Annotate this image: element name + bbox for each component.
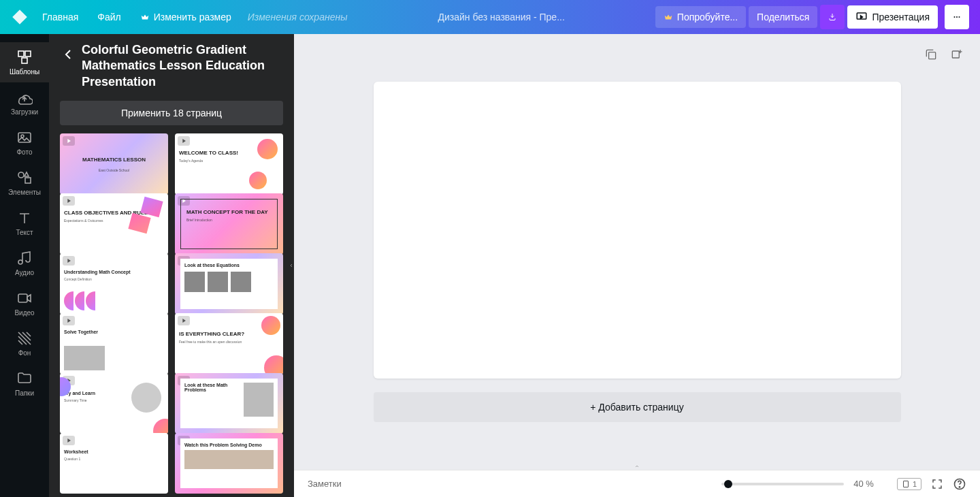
template-thumb[interactable]: MATHEMATICS LESSON East Outside School	[60, 133, 168, 194]
svg-point-16	[959, 486, 960, 487]
nav-video[interactable]: Видео	[0, 283, 49, 323]
share-button[interactable]: Поделиться	[749, 6, 817, 28]
crown-icon	[140, 12, 150, 22]
svg-point-1	[954, 16, 956, 18]
thumb-title: Watch this Problem Solving Demo	[184, 443, 274, 447]
back-icon[interactable]	[60, 46, 76, 63]
nav-folders[interactable]: Папки	[0, 364, 49, 404]
thumb-image-placeholder	[184, 272, 205, 292]
nav-elements[interactable]: Элементы	[0, 163, 49, 203]
page-indicator[interactable]: 1	[897, 478, 921, 490]
templates-icon	[16, 49, 33, 65]
thumb-image-placeholder	[244, 383, 274, 417]
svg-point-3	[959, 16, 960, 18]
download-button[interactable]	[820, 5, 845, 29]
canvas-center: + Добавить страницу	[294, 34, 980, 470]
try-pro-button[interactable]: Попробуйте...	[655, 6, 746, 28]
decorative-shape	[64, 291, 74, 310]
chevron-up-icon	[632, 464, 642, 469]
zoom-slider[interactable]	[721, 483, 844, 485]
menu-file[interactable]: Файл	[89, 7, 129, 27]
menu-home[interactable]: Главная	[34, 7, 86, 27]
page-number: 1	[913, 480, 917, 488]
template-thumb[interactable]: Try and Learn Summary Time	[60, 373, 168, 434]
template-thumb[interactable]: Worksheet Question 1	[60, 433, 168, 494]
template-thumb[interactable]: Watch this Problem Solving Demo	[175, 433, 283, 494]
slide-canvas[interactable]	[374, 82, 901, 379]
nav-templates[interactable]: Шаблоны	[0, 42, 49, 82]
download-icon	[828, 11, 836, 23]
template-thumb[interactable]: Solve Together	[60, 313, 168, 374]
text-icon	[16, 210, 33, 226]
main-area: Шаблоны Загрузки Фото Элементы Текст Ауд…	[0, 34, 980, 497]
logo-icon[interactable]	[11, 8, 29, 26]
template-thumb[interactable]: MATH CONCEPT FOR THE DAY Brief Introduct…	[175, 193, 283, 254]
menu-resize[interactable]: Изменить размер	[132, 7, 240, 27]
thumb-image-placeholder	[208, 272, 228, 292]
thumb-title: Solve Together	[64, 330, 164, 334]
apply-all-pages-button[interactable]: Применить 18 страниц	[60, 101, 283, 125]
nav-text-label: Текст	[16, 229, 33, 236]
thumb-sub: Feel free to make this an open discussio…	[179, 340, 279, 344]
video-badge-icon	[178, 316, 190, 325]
template-thumb[interactable]: Look at these Math Problems	[175, 373, 283, 434]
present-button[interactable]: Презентация	[847, 5, 938, 29]
video-badge-icon	[178, 136, 190, 146]
decorative-circle	[257, 139, 278, 159]
canvas-tools	[924, 48, 964, 61]
nav-photos-label: Фото	[17, 148, 33, 156]
decorative-circle	[249, 172, 267, 189]
nav-uploads[interactable]: Загрузки	[0, 82, 49, 123]
thumb-title: MATHEMATICS LESSON	[64, 157, 164, 163]
try-pro-label: Попробуйте...	[677, 12, 738, 22]
nav-photos[interactable]: Фото	[0, 123, 49, 163]
thumb-sub: Expectations & Outcomes	[64, 219, 164, 223]
zoom-value[interactable]: 40 %	[853, 479, 874, 489]
zoom-slider-thumb[interactable]	[724, 480, 732, 488]
folder-icon	[16, 370, 33, 387]
nav-uploads-label: Загрузки	[11, 108, 38, 116]
template-thumb[interactable]: IS EVERYTHING CLEAR? Feel free to make t…	[175, 313, 283, 374]
menu-resize-label: Изменить размер	[154, 12, 231, 22]
nav-audio[interactable]: Аудио	[0, 243, 49, 283]
nav-elements-label: Элементы	[8, 189, 41, 196]
photo-icon	[16, 129, 33, 146]
template-thumb[interactable]: WELCOME TO CLASS! Today's Agenda	[175, 133, 283, 194]
decorative-shape	[75, 291, 84, 310]
video-badge-icon	[63, 316, 75, 325]
present-label: Презентация	[872, 12, 930, 22]
nav-audio-label: Аудио	[15, 269, 34, 276]
video-badge-icon	[63, 256, 75, 266]
fullscreen-button[interactable]	[931, 478, 943, 490]
thumb-title: Worksheet	[64, 449, 164, 454]
nav-background[interactable]: Фон	[0, 323, 49, 364]
templates-panel: Colorful Geometric Gradient Mathematics …	[49, 34, 294, 497]
nav-text[interactable]: Текст	[0, 203, 49, 243]
decorative-circle	[264, 355, 283, 374]
add-page-button[interactable]: + Добавить страницу	[374, 392, 901, 422]
thumb-sub: Today's Agenda	[179, 159, 279, 163]
video-badge-icon	[63, 436, 75, 445]
thumb-image-placeholder	[231, 272, 251, 292]
thumb-title: Look at these Math Problems	[184, 383, 240, 392]
svg-point-2	[956, 16, 958, 18]
svg-rect-10	[25, 178, 31, 183]
template-thumb[interactable]: Look at these Equations	[175, 253, 283, 314]
help-button[interactable]	[953, 477, 966, 491]
template-thumb[interactable]: Understanding Math Concept Concept Defin…	[60, 253, 168, 314]
thumb-image-placeholder	[184, 450, 274, 469]
svg-rect-5	[25, 51, 31, 57]
doc-title[interactable]: Дизайн без названия - Пре...	[350, 12, 652, 22]
more-button[interactable]	[945, 5, 969, 29]
thumb-image-placeholder	[64, 346, 105, 370]
template-thumb[interactable]: CLASS OBJECTIVES AND RULES Expectations …	[60, 193, 168, 254]
present-icon	[855, 11, 868, 23]
bottombar-expand-handle[interactable]	[623, 463, 651, 470]
decorative-square	[128, 213, 150, 234]
add-page-icon[interactable]	[950, 48, 964, 61]
duplicate-page-icon[interactable]	[924, 48, 938, 61]
save-status: Изменения сохранены	[248, 12, 348, 22]
help-icon	[953, 477, 966, 491]
notes-button[interactable]: Заметки	[308, 479, 721, 489]
video-icon	[16, 290, 33, 306]
